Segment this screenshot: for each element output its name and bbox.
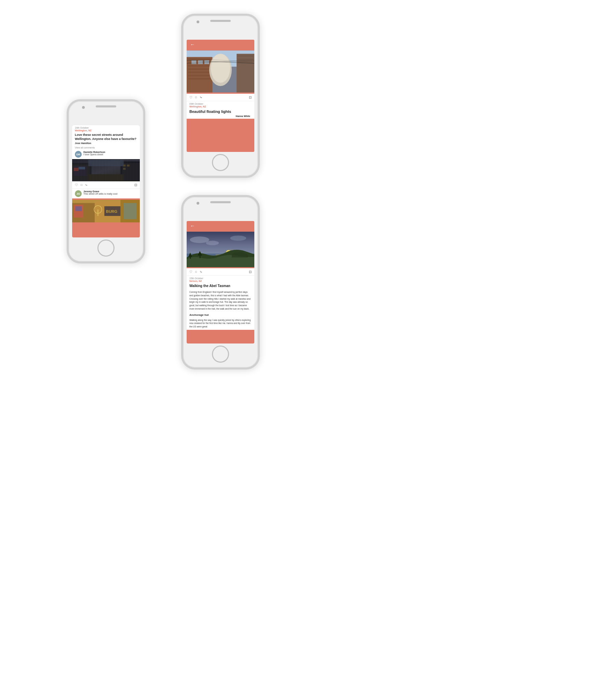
svg-point-57 (206, 241, 219, 245)
building-image (187, 49, 254, 94)
post-2-location: Wellington, NZ (187, 105, 254, 109)
comment-icon-2[interactable]: □ (195, 96, 197, 99)
svg-rect-31 (188, 65, 211, 67)
svg-rect-7 (120, 162, 140, 181)
svg-rect-1 (72, 160, 140, 180)
phone-3-screen: ← (187, 221, 254, 343)
svg-rect-42 (238, 55, 253, 57)
post-1-date: 16th October (72, 125, 140, 129)
share-icon-1[interactable]: ⤷ (85, 183, 88, 187)
svg-rect-13 (88, 160, 124, 166)
share-icon-3[interactable]: ⤷ (200, 270, 202, 274)
action-bar-2: ♡ □ ⤷ ⊡ (187, 94, 254, 101)
svg-rect-38 (204, 60, 209, 64)
post-card-1: 16th October Wellington, NZ Love these s… (72, 125, 140, 198)
svg-rect-5 (74, 168, 79, 171)
svg-rect-4 (74, 166, 87, 176)
back-button-3[interactable]: ← (190, 223, 195, 228)
phone-2-content-card: ♡ □ ⤷ ⊡ 09th October Wellington, NZ Beau… (187, 94, 254, 119)
svg-point-55 (190, 236, 209, 243)
like-icon-3[interactable]: ♡ (189, 270, 192, 274)
post-3-body2: Walking along the way I was quickly join… (187, 317, 254, 330)
svg-rect-32 (188, 68, 211, 70)
svg-rect-34 (188, 75, 211, 76)
bookmark-icon-1[interactable]: ⊡ (134, 183, 137, 187)
post-2-date: 09th October (187, 101, 254, 105)
svg-rect-33 (188, 72, 211, 73)
post-1-location: Wellington, NZ (72, 129, 140, 133)
svg-rect-0 (72, 160, 140, 180)
svg-rect-9 (123, 165, 126, 167)
phone-3-content-card: ♡ □ ⤷ ⊡ 15th October Nelson, NZ Walking … (187, 268, 254, 330)
phone-2-header: ← (187, 40, 254, 49)
like-icon-2[interactable]: ♡ (189, 96, 192, 99)
svg-rect-3 (72, 165, 90, 180)
post-3-title: Walking the Abel Tasman (187, 283, 254, 289)
comment-icon-3[interactable]: □ (195, 270, 197, 273)
svg-rect-2 (72, 163, 92, 181)
action-bar-1: ♡ □ ⤷ ⊡ (72, 181, 140, 189)
phone-2-floating-lights: ← (181, 14, 260, 178)
svg-rect-12 (88, 175, 124, 181)
post-2-title: Beautiful floating lights (187, 109, 254, 115)
commenter-1-name: Danielle Robertson (84, 151, 137, 153)
street-image-2: BURG (72, 199, 140, 223)
svg-rect-43 (238, 59, 253, 60)
svg-rect-24 (75, 206, 82, 211)
phone-camera-1 (82, 106, 85, 109)
svg-rect-25 (124, 203, 137, 219)
post-1-author: Jose Hamilton (72, 142, 140, 146)
back-button-2[interactable]: ← (190, 42, 195, 47)
comment-avatar-1: DR (75, 151, 82, 158)
comment-item-2: JG Jeremy Grave This street off willis i… (72, 189, 140, 198)
street-image-1 (72, 159, 140, 181)
post-3-location: Nelson, NZ (187, 280, 254, 283)
commenter-2-text: This street off willis is really cool (84, 192, 137, 195)
svg-point-56 (230, 235, 246, 240)
post-3-date: 15th October (187, 276, 254, 280)
svg-rect-6 (79, 167, 85, 170)
post-3-subheading: Anchorage hut (187, 312, 254, 317)
bookmark-icon-3[interactable]: ⊡ (249, 270, 252, 274)
comment-item-1: DR Danielle Robertson I love Opera stree… (72, 150, 140, 159)
svg-text:BURG: BURG (106, 209, 117, 213)
like-icon-1[interactable]: ♡ (75, 183, 78, 187)
phone-camera-2 (196, 21, 199, 23)
post-3-body: Coming from England I find myself amazed… (187, 289, 254, 312)
svg-rect-10 (127, 165, 130, 167)
commenter-1-text: I love Opera street (84, 153, 137, 156)
phone-1-social-feed: 16th October Wellington, NZ Love these s… (67, 99, 145, 263)
comment-icon-1[interactable]: □ (81, 183, 82, 186)
phone-2-bottom-area (187, 119, 254, 152)
post-2-author: Hanna White (187, 115, 254, 119)
svg-point-40 (211, 54, 230, 83)
action-bar-3: ♡ □ ⤷ ⊡ (187, 268, 254, 276)
phone-2-screen: ← (187, 40, 254, 152)
phone-1-screen: 16th October Wellington, NZ Love these s… (72, 125, 140, 237)
comment-avatar-2: JG (75, 190, 82, 197)
phone-camera-3 (196, 202, 199, 204)
svg-rect-35 (188, 78, 211, 80)
comment-1-content: Danielle Robertson I love Opera street (84, 151, 137, 156)
post-1-title: Love these secret streets around Welling… (72, 133, 140, 142)
share-icon-2[interactable]: ⤷ (200, 96, 202, 99)
view-all-comments[interactable]: View all comments (72, 146, 140, 150)
svg-rect-11 (123, 168, 126, 170)
svg-rect-22 (98, 210, 99, 216)
phone-3-header: ← (187, 221, 254, 230)
phone-3-abel-tasman: ← (181, 195, 260, 370)
comment-2-content: Jeremy Grave This street off willis is r… (84, 190, 137, 195)
tasman-image (187, 230, 254, 268)
svg-rect-8 (122, 163, 140, 181)
commenter-2-name: Jeremy Grave (84, 190, 137, 192)
bookmark-icon-2[interactable]: ⊡ (249, 96, 252, 99)
